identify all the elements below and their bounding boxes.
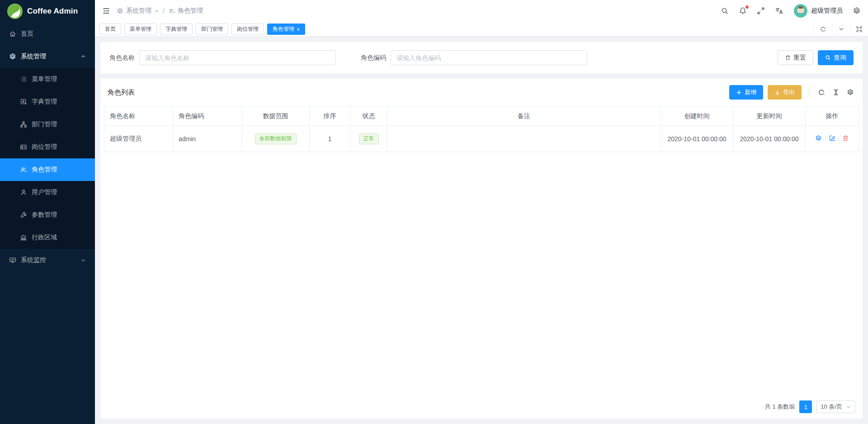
card-toolbar: 新增 导出 <box>729 85 855 100</box>
add-button[interactable]: 新增 <box>729 85 763 100</box>
wrench-icon <box>20 211 27 219</box>
role-name-label: 角色名称 <box>109 54 135 62</box>
collapse-sidebar-icon[interactable] <box>102 7 110 15</box>
sidebar-item-role-mgmt[interactable]: 角色管理 <box>0 158 95 181</box>
cell-updated-time: 2020-10-01 00:00:00 <box>733 126 806 152</box>
breadcrumb-separator: / <box>163 7 165 14</box>
cell-role-name: 超级管理员 <box>104 126 173 152</box>
page-content: 角色名称 角色编码 重置 查询 <box>95 37 868 424</box>
list-icon <box>20 76 27 83</box>
sidebar-item-menu-mgmt[interactable]: 菜单管理 <box>0 68 95 91</box>
cell-status: 正常 <box>350 126 387 152</box>
role-table: 角色名称 角色编码 数据范围 排序 状态 备注 创建时间 更新时间 操作 <box>100 106 863 152</box>
logo: Coffee Admin <box>0 0 95 23</box>
sidebar-item-monitor[interactable]: 系统监控 <box>0 249 95 272</box>
sidebar-item-dept-mgmt[interactable]: 部门管理 <box>0 113 95 136</box>
maximize-icon[interactable] <box>850 22 868 36</box>
tab-label: 菜单管理 <box>130 25 151 33</box>
role-name-input[interactable] <box>139 50 336 65</box>
sidebar-item-dict-mgmt[interactable]: 字典管理 <box>0 91 95 113</box>
tab-role-mgmt[interactable]: 角色管理 x <box>267 24 305 35</box>
sidebar-submenu-system: 菜单管理 字典管理 部门管理 岗位管理 角色管理 <box>0 68 95 249</box>
cell-actions <box>806 126 859 152</box>
tab-dept-mgmt[interactable]: 部门管理 <box>196 24 228 35</box>
row-permission-gear-icon[interactable] <box>815 135 822 142</box>
role-code-form-item: 角色编码 <box>361 50 587 65</box>
role-name-form-item: 角色名称 <box>109 50 336 65</box>
column-settings-gear-icon[interactable] <box>847 89 854 96</box>
gear-icon <box>117 8 123 14</box>
query-label: 查询 <box>834 54 846 62</box>
search-icon <box>825 55 831 61</box>
chevron-up-icon <box>80 54 86 59</box>
app-root: Coffee Admin 首页 系统管理 菜单管理 字典管理 <box>0 0 868 424</box>
sidebar-item-label: 系统管理 <box>21 52 46 61</box>
breadcrumb: 系统管理 / 角色管理 <box>117 7 203 15</box>
sidebar-item-label: 字典管理 <box>32 98 57 106</box>
fullscreen-icon[interactable] <box>757 7 765 15</box>
sidebar-item-system[interactable]: 系统管理 <box>0 45 95 68</box>
refresh-icon[interactable] <box>814 22 832 36</box>
tab-dict-mgmt[interactable]: 字典管理 <box>160 24 193 35</box>
role-code-input[interactable] <box>391 50 587 65</box>
table-header-row: 角色名称 角色编码 数据范围 排序 状态 备注 创建时间 更新时间 操作 <box>104 106 859 126</box>
sidebar-item-label: 首页 <box>21 30 33 38</box>
id-card-icon <box>20 143 27 151</box>
app-title: Coffee Admin <box>27 7 78 16</box>
refresh-icon[interactable] <box>818 89 825 96</box>
dictionary-icon <box>20 98 27 105</box>
settings-gear-icon[interactable] <box>853 7 861 15</box>
user-menu[interactable]: 超级管理员 <box>794 4 843 18</box>
pagination-total: 共 1 条数据 <box>765 403 795 411</box>
reset-button[interactable]: 重置 <box>778 50 813 65</box>
query-button[interactable]: 查询 <box>818 50 854 65</box>
user-icon <box>20 189 27 196</box>
cell-created-time: 2020-10-01 00:00:00 <box>661 126 733 152</box>
roles-icon <box>168 8 175 14</box>
page-1-button[interactable]: 1 <box>799 400 812 413</box>
tab-tools <box>814 22 868 36</box>
sidebar-item-post-mgmt[interactable]: 岗位管理 <box>0 136 95 158</box>
cell-remark <box>387 126 661 152</box>
translate-icon[interactable] <box>775 7 784 15</box>
row-height-icon[interactable] <box>832 89 840 96</box>
breadcrumb-role: 角色管理 <box>168 7 203 15</box>
data-scope-tag: 全部数据权限 <box>255 133 297 144</box>
role-code-label: 角色编码 <box>361 54 386 62</box>
action-divider <box>839 136 839 141</box>
page-size-select[interactable]: 10 条/页 <box>816 400 855 413</box>
row-delete-trash-icon[interactable] <box>842 135 849 142</box>
bank-icon <box>20 234 27 241</box>
sidebar-item-label: 参数管理 <box>32 211 57 219</box>
chevron-down-icon[interactable] <box>832 22 850 36</box>
tab-menu-mgmt[interactable]: 菜单管理 <box>124 24 157 35</box>
card-header: 角色列表 新增 导出 <box>100 79 863 106</box>
tab-home[interactable]: 首页 <box>99 24 121 35</box>
sidebar-item-region[interactable]: 行政区域 <box>0 226 95 249</box>
notifications-bell-icon[interactable] <box>739 7 747 15</box>
search-form-card: 角色名称 角色编码 重置 查询 <box>100 42 863 73</box>
sidebar-item-home[interactable]: 首页 <box>0 23 95 45</box>
sidebar: Coffee Admin 首页 系统管理 菜单管理 字典管理 <box>0 0 95 424</box>
sidebar-item-param-mgmt[interactable]: 参数管理 <box>0 204 95 226</box>
close-icon[interactable]: x <box>297 27 300 32</box>
download-icon <box>774 90 780 95</box>
row-edit-icon[interactable] <box>829 135 835 142</box>
monitor-icon <box>9 257 16 264</box>
export-label: 导出 <box>783 88 795 96</box>
reset-label: 重置 <box>793 54 806 62</box>
notification-badge <box>745 5 749 9</box>
tab-list: 首页 菜单管理 字典管理 部门管理 岗位管理 角色管理 x <box>95 24 814 35</box>
sidebar-item-user-mgmt[interactable]: 用户管理 <box>0 181 95 204</box>
search-icon[interactable] <box>721 7 729 15</box>
chevron-down-icon <box>80 257 86 263</box>
col-header-updated: 更新时间 <box>733 106 806 126</box>
export-button[interactable]: 导出 <box>768 85 802 100</box>
tab-bar: 首页 菜单管理 字典管理 部门管理 岗位管理 角色管理 x <box>95 22 868 37</box>
tab-post-mgmt[interactable]: 岗位管理 <box>231 24 264 35</box>
org-tree-icon <box>20 121 27 128</box>
home-icon <box>9 30 16 38</box>
plus-icon <box>736 90 742 95</box>
tab-label: 部门管理 <box>201 25 223 33</box>
breadcrumb-system[interactable]: 系统管理 <box>117 7 159 15</box>
